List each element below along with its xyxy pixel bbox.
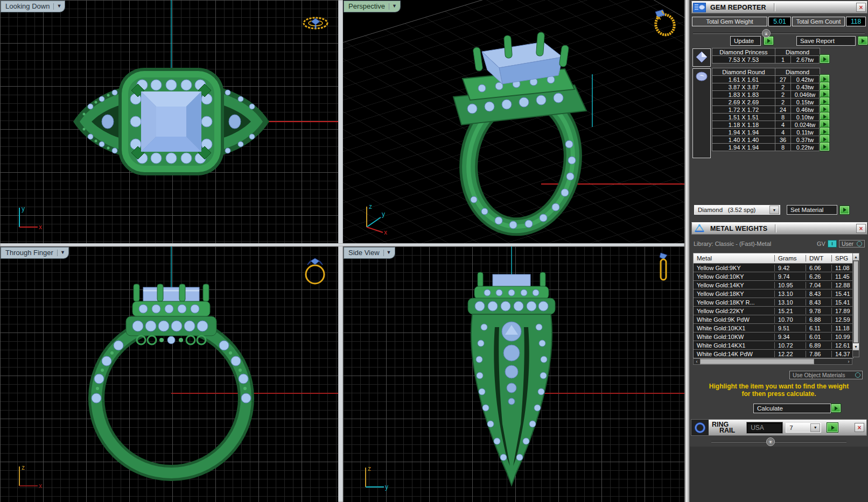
viewport-title-perspective[interactable]: Perspective ▼ (344, 1, 400, 12)
halo-head (118, 68, 224, 175)
set-material-go-button[interactable] (839, 206, 850, 215)
svg-text:y: y (382, 210, 385, 218)
metal-row[interactable]: White Gold:10KW 9.34 6.01 10.99 (694, 332, 853, 341)
gem-table: Diamond Princess Diamond 7.53 X 7.53 1 2… (692, 48, 854, 160)
scroll-up-icon[interactable]: ▲ (853, 253, 859, 260)
scroll-right-icon[interactable]: › (845, 359, 852, 364)
metal-row[interactable]: Yellow Gold:18KY 13.10 8.43 15.41 (694, 289, 853, 298)
ring-model-front-view (0, 246, 338, 502)
gem-totals-row: Total Gem Weight 5.01 Total Gem Count 11… (692, 17, 866, 26)
library-toggles: GV I User (817, 240, 865, 248)
save-report-button[interactable]: Save Report (796, 36, 856, 46)
gv-toggle[interactable]: I (828, 240, 837, 248)
svg-text:x: x (384, 229, 387, 236)
user-toggle[interactable]: User (839, 240, 865, 248)
chevron-down-icon[interactable]: ▼ (769, 206, 779, 214)
collapse-handle-icon[interactable]: ▲ (762, 29, 771, 38)
metal-row[interactable]: Yellow Gold:14KY 10.95 7.04 12.88 (694, 280, 853, 289)
chevron-down-icon[interactable]: ▼ (57, 250, 68, 256)
chevron-down-icon[interactable]: ▼ (810, 423, 820, 432)
gem-row-locate-button[interactable] (820, 54, 830, 63)
gem-row: 1.94 X 1.94 8 0.22tw (712, 144, 830, 151)
scroll-down-icon[interactable]: ▼ (853, 343, 859, 350)
material-select[interactable]: Diamond (3.52 spg) ▼ (694, 205, 780, 215)
metal-table-vscrollbar[interactable]: ▲ ▼ (852, 253, 859, 357)
set-material-button[interactable]: Set Material (787, 205, 837, 215)
chevron-down-icon[interactable]: ▼ (53, 3, 65, 10)
viewport-perspective[interactable]: Perspective ▼ z y x (343, 0, 684, 243)
gem-group-name: Diamond Round (712, 68, 775, 76)
ring-perspective-icon (649, 5, 679, 37)
gem-row-locate-button[interactable] (820, 142, 830, 151)
svg-text:z: z (22, 464, 25, 471)
collapse-handle-icon[interactable]: ▼ (766, 437, 775, 446)
axis-indicator: y x (12, 202, 44, 234)
gem-reporter-icon (693, 3, 706, 12)
panel-splitter[interactable] (684, 0, 690, 502)
ring-size-select[interactable]: 7 ▼ (786, 423, 821, 433)
instruction-line2: for then press calculate. (690, 390, 868, 398)
metal-table-hscrollbar[interactable]: ‹ › (693, 358, 852, 365)
gem-row: 1.51 X 1.51 8 0.10tw (712, 114, 830, 121)
gem-row: 3.87 X 3.87 2 0.43tw (712, 83, 830, 91)
metal-row[interactable]: White Gold:10KX1 9.51 6.11 11.18 (694, 323, 853, 332)
round-cut-icon (692, 68, 711, 158)
svg-text:y: y (385, 483, 388, 491)
ring-rail-icon (691, 420, 709, 435)
viewport-title-side-view[interactable]: Side View ▼ (344, 248, 395, 258)
svg-text:x: x (39, 223, 42, 231)
metal-row[interactable]: White Gold:9K PdW 10.70 6.88 12.59 (694, 315, 853, 323)
viewport-through-finger[interactable]: Through Finger ▼ z x (0, 246, 338, 502)
close-icon[interactable]: × (856, 3, 866, 12)
scroll-left-icon[interactable]: ‹ (694, 359, 700, 364)
viewport-title-through-finger[interactable]: Through Finger ▼ (1, 248, 68, 258)
gem-reporter-header[interactable]: GEM REPORTER × (691, 1, 867, 13)
ring-front-view-icon (303, 256, 327, 286)
metal-row[interactable]: White Gold:14KX1 10.72 6.89 12.61 (694, 341, 853, 349)
metal-row[interactable]: Yellow Gold:9KY 9.42 6.06 11.08 (694, 263, 853, 272)
metal-table-header[interactable]: Metal Grams DWT SPG (694, 253, 853, 263)
side-panel: GEM REPORTER × Total Gem Weight 5.01 Tot… (690, 0, 868, 502)
viewport-splitter-vertical[interactable] (338, 0, 343, 502)
gem-row: 1.83 X 1.83 2 0.046tw (712, 91, 830, 98)
region-field[interactable]: USA (747, 422, 782, 433)
ring-rail-header[interactable]: RING RAIL USA 7 ▼ × (691, 419, 867, 436)
gem-row: 1.72 X 1.72 24 0.46tw (712, 106, 830, 114)
radio-icon (857, 241, 862, 246)
calculate-go-button[interactable] (831, 404, 841, 413)
calculate-button[interactable]: Calculate (753, 404, 831, 413)
head-side (468, 272, 555, 314)
ring-rail-title: RING RAIL (712, 422, 735, 434)
princess-cut-icon (692, 48, 711, 67)
close-icon[interactable]: × (856, 224, 866, 233)
gem-group-round: Diamond Round Diamond 1.61 X 1.61 27 0.4… (692, 68, 854, 158)
update-button[interactable]: Update (730, 36, 761, 46)
metal-row[interactable]: Yellow Gold:10KY 9.74 6.26 11.45 (694, 272, 853, 280)
metal-weights-header[interactable]: METAL WEIGHTS × (691, 222, 867, 235)
viewport-title-looking-down[interactable]: Looking Down ▼ (1, 1, 65, 12)
chevron-down-icon[interactable]: ▼ (383, 250, 395, 256)
library-label: Library: Classic - (Fast)-Metal (694, 241, 771, 247)
metal-row[interactable]: Yellow Gold:22KY 15.21 9.78 17.89 (694, 306, 853, 315)
ring-model-perspective (343, 0, 684, 243)
gem-buttons-row: Update Save Report (690, 36, 868, 46)
ring-rail-go-button[interactable] (827, 422, 838, 433)
close-icon[interactable]: × (855, 423, 864, 432)
viewport-side-view[interactable]: Side View ▼ z y (343, 246, 684, 502)
vscroll-thumb[interactable] (853, 261, 858, 343)
use-object-materials-toggle[interactable]: Use Object Materials (789, 371, 863, 379)
ring-side-view-icon (656, 251, 670, 282)
svg-text:y: y (22, 205, 25, 213)
metal-row[interactable]: Yellow Gold:18KY R... 13.10 8.43 15.41 (694, 298, 853, 306)
chevron-down-icon[interactable]: ▼ (389, 3, 400, 10)
viewport-splitter-horizontal[interactable] (0, 243, 684, 246)
center-princess-gem (141, 91, 201, 152)
hscroll-thumb[interactable] (700, 359, 814, 364)
total-gem-count-label: Total Gem Count (792, 17, 845, 26)
save-report-go-button[interactable] (858, 36, 868, 45)
axis-indicator: z y x (358, 200, 393, 236)
total-gem-weight-label: Total Gem Weight (692, 17, 767, 26)
gem-row: 2.69 X 2.69 2 0.15tw (712, 98, 830, 106)
metal-row[interactable]: White Gold:14K PdW 12.22 7.86 14.37 (694, 349, 853, 358)
viewport-looking-down[interactable]: Looking Down ▼ y x (0, 0, 338, 243)
